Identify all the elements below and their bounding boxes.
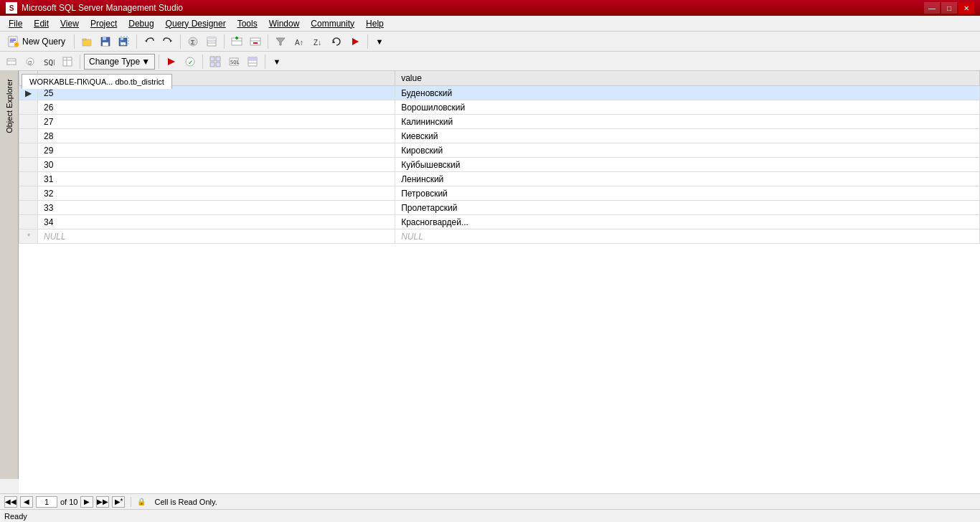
- row-id[interactable]: 33: [38, 201, 395, 215]
- menu-item-query-designer[interactable]: Query Designer: [160, 17, 232, 30]
- t2-sql-btn[interactable]: SQL: [225, 54, 242, 70]
- t2-btn4[interactable]: [59, 54, 76, 70]
- object-explorer-label[interactable]: Object Explorer: [5, 79, 14, 133]
- t2-btn1[interactable]: [3, 54, 20, 70]
- row-id[interactable]: 28: [38, 129, 395, 143]
- nav-add-button[interactable]: ▶*: [112, 496, 125, 508]
- nav-prev-button[interactable]: ◀: [20, 496, 33, 508]
- svg-rect-3: [10, 42, 14, 42]
- tab-tab1[interactable]: WORKABLE-ПК\QUA... dbo.tb_district: [22, 74, 172, 90]
- row-indicator: [19, 201, 38, 215]
- t2-icon2: σ: [24, 56, 36, 67]
- nav-next-button[interactable]: ▶: [80, 496, 93, 508]
- close-button[interactable]: ✕: [958, 2, 974, 14]
- row-id[interactable]: 31: [38, 172, 395, 186]
- menu-item-project[interactable]: Project: [85, 17, 123, 30]
- table-new-row[interactable]: *NULLNULL: [19, 229, 980, 244]
- data-table: id_district value ▶25Буденовский26Вороши…: [19, 70, 980, 244]
- execute-icon: [349, 36, 361, 47]
- refresh-icon: [331, 36, 342, 47]
- row-value[interactable]: Красногвардей...: [395, 215, 980, 229]
- row-id[interactable]: 30: [38, 158, 395, 172]
- new-row-id[interactable]: NULL: [38, 229, 395, 244]
- sort-desc-icon: Z↓: [312, 36, 324, 47]
- new-query-button[interactable]: New Query: [3, 34, 70, 49]
- save-all-button[interactable]: [116, 34, 133, 49]
- redo-button[interactable]: [159, 34, 176, 49]
- delete-row-button[interactable]: [247, 34, 264, 49]
- change-type-arrow: ▼: [141, 57, 150, 67]
- t2-run-btn[interactable]: [163, 54, 180, 70]
- row-value[interactable]: Петровский: [395, 186, 980, 201]
- sort-asc-button[interactable]: A↑: [291, 34, 308, 49]
- menu-item-edit[interactable]: Edit: [28, 17, 55, 30]
- row-value[interactable]: Куйбышевский: [395, 158, 980, 172]
- row-value[interactable]: Калининский: [395, 115, 980, 129]
- svg-text:✓: ✓: [188, 59, 194, 66]
- menu-item-view[interactable]: View: [55, 17, 85, 30]
- row-value[interactable]: Пролетарский: [395, 201, 980, 215]
- col-value[interactable]: value: [395, 71, 980, 86]
- toolbar2-separator4: [265, 54, 265, 69]
- row-value[interactable]: Киевский: [395, 129, 980, 143]
- query-icon: Σ: [187, 36, 199, 47]
- table-row[interactable]: 30Куйбышевский: [19, 158, 980, 172]
- row-id[interactable]: 26: [38, 100, 395, 115]
- row-value[interactable]: Ленинский: [395, 172, 980, 186]
- sort-asc-icon: A↑: [293, 36, 305, 47]
- svg-marker-35: [352, 38, 359, 45]
- change-type-button[interactable]: Change Type ▼: [84, 54, 155, 70]
- svg-rect-41: [63, 57, 72, 66]
- table-row[interactable]: 29Кировский: [19, 143, 980, 158]
- redo-icon: [162, 36, 174, 47]
- nav-first-button[interactable]: ◀◀: [4, 496, 17, 508]
- query-button[interactable]: Σ: [184, 34, 202, 49]
- nav-page-input[interactable]: [36, 496, 57, 508]
- row-value[interactable]: Буденовский: [395, 86, 980, 100]
- results-button[interactable]: [203, 34, 220, 49]
- table-row[interactable]: 26Ворошиловский: [19, 100, 980, 115]
- nav-last-button[interactable]: ▶▶: [96, 496, 109, 508]
- t2-verify-btn[interactable]: ✓: [182, 54, 199, 70]
- menu-item-file[interactable]: File: [3, 17, 28, 30]
- execute-button[interactable]: [347, 34, 364, 49]
- table-row[interactable]: 34Красногвардей...: [19, 215, 980, 229]
- table-row[interactable]: 31Ленинский: [19, 172, 980, 186]
- maximize-button[interactable]: □: [941, 2, 957, 14]
- menu-item-help[interactable]: Help: [360, 17, 390, 30]
- row-id[interactable]: 27: [38, 115, 395, 129]
- t2-more-btn[interactable]: ▼: [269, 54, 285, 70]
- new-row-value[interactable]: NULL: [395, 229, 980, 244]
- row-value[interactable]: Кировский: [395, 143, 980, 158]
- open-button[interactable]: [78, 34, 95, 49]
- menu-item-debug[interactable]: Debug: [123, 17, 159, 30]
- table-row[interactable]: 33Пролетарский: [19, 201, 980, 215]
- svg-marker-31: [276, 38, 285, 45]
- refresh-button[interactable]: [328, 34, 345, 49]
- row-id[interactable]: 29: [38, 143, 395, 158]
- t2-icon1: [6, 56, 17, 67]
- t2-grid-btn[interactable]: [207, 54, 224, 70]
- dropdown-more[interactable]: ▼: [372, 34, 387, 49]
- t2-btn3[interactable]: SQL: [40, 54, 57, 70]
- svg-rect-50: [216, 62, 220, 67]
- table-row[interactable]: 28Киевский: [19, 129, 980, 143]
- menu-item-community[interactable]: Community: [305, 17, 360, 30]
- svg-rect-47: [210, 57, 215, 61]
- sort-desc-button[interactable]: Z↓: [309, 34, 326, 49]
- add-row-button[interactable]: [228, 34, 245, 49]
- row-id[interactable]: 34: [38, 215, 395, 229]
- table-row[interactable]: 27Калининский: [19, 115, 980, 129]
- save-button[interactable]: [97, 34, 114, 49]
- menu-item-window[interactable]: Window: [263, 17, 306, 30]
- menu-item-tools[interactable]: Tools: [232, 17, 263, 30]
- minimize-button[interactable]: —: [924, 2, 940, 14]
- toolbar-separator-3: [180, 34, 181, 49]
- t2-btn2[interactable]: σ: [22, 54, 39, 70]
- undo-button[interactable]: [141, 34, 158, 49]
- row-id[interactable]: 32: [38, 186, 395, 201]
- table-row[interactable]: 32Петровский: [19, 186, 980, 201]
- t2-results2-btn[interactable]: [244, 54, 261, 70]
- row-value[interactable]: Ворошиловский: [395, 100, 980, 115]
- filter-button[interactable]: [272, 34, 289, 49]
